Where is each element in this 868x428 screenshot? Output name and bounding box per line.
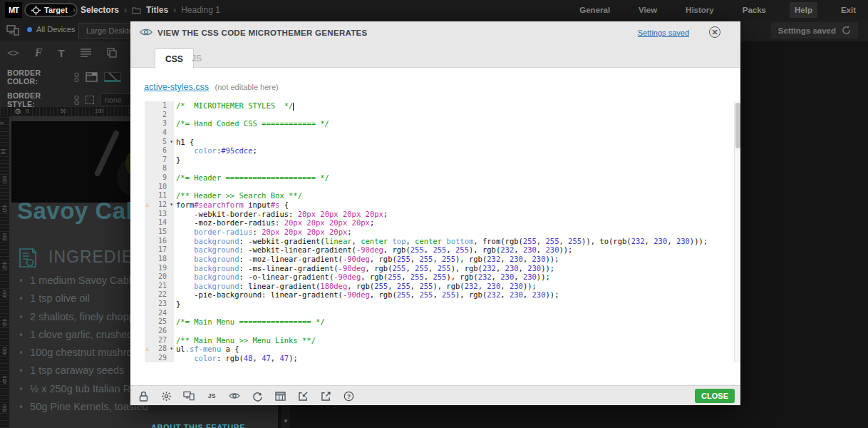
- code-line[interactable]: ⚠28▾ul.sf-menu a {: [145, 345, 722, 354]
- code-line[interactable]: 6 color:#95cdce;: [145, 146, 722, 156]
- breadcrumb-item-selectors[interactable]: Selectors: [81, 5, 119, 15]
- refresh-icon[interactable]: [252, 390, 263, 402]
- code-line[interactable]: 19 background: -ms-linear-gradient(-90de…: [145, 264, 722, 273]
- code-line[interactable]: 21 background: linear-gradient(180deg, r…: [145, 282, 722, 291]
- gutter-cell: 5▾: [145, 138, 174, 147]
- code-line[interactable]: 27/** Main Menu >> Menu Links **/: [145, 336, 722, 345]
- all-devices-tab[interactable]: All Devices: [27, 25, 75, 34]
- active-dot: [27, 27, 32, 32]
- code-text: /* MICROTHEMER STYLES */: [174, 101, 294, 111]
- menu-item-help[interactable]: Help: [790, 2, 817, 18]
- code-line[interactable]: 16 background: -webkit-gradient(linear, …: [145, 237, 722, 246]
- close-button[interactable]: CLOSE: [695, 389, 735, 403]
- code-line[interactable]: 14 -moz-border-radius: 20px 20px 20px 20…: [145, 218, 722, 228]
- code-line[interactable]: 2: [145, 111, 722, 120]
- gutter-cell: 4: [145, 128, 174, 138]
- code-text: [174, 183, 176, 192]
- table-icon[interactable]: [274, 390, 286, 402]
- ruler-number: 100: [95, 108, 103, 113]
- fold-arrow-icon[interactable]: ▾: [170, 138, 173, 147]
- code-line[interactable]: 11/** Header >> Search Box **/: [145, 191, 722, 200]
- link-values-icon[interactable]: [74, 95, 79, 106]
- gutter-cell: 10: [145, 183, 174, 192]
- code-line[interactable]: 1/* MICROTHEMER STYLES */: [145, 101, 722, 111]
- scroll-down-icon[interactable]: ▼: [283, 418, 289, 424]
- target-button[interactable]: Target: [24, 3, 78, 17]
- border-style-label: BORDER STYLE:: [7, 91, 68, 108]
- lock-icon[interactable]: [138, 390, 149, 402]
- code-line[interactable]: 24: [145, 309, 722, 318]
- export-icon[interactable]: [320, 390, 331, 402]
- menu-item-packs[interactable]: Packs: [738, 2, 771, 18]
- browser-window-icon[interactable]: [86, 72, 98, 82]
- menu-item-exit[interactable]: Exit: [836, 2, 861, 18]
- breadcrumb-item-titles[interactable]: Titles: [146, 5, 168, 15]
- code-editor[interactable]: 1/* MICROTHEMER STYLES */23/*= Hand Code…: [145, 101, 722, 362]
- ruler-number: 200: [2, 233, 7, 242]
- close-icon[interactable]: ✕: [709, 26, 720, 38]
- gutter-cell: 24: [145, 309, 174, 318]
- menu-item-view[interactable]: View: [634, 2, 662, 18]
- code-line[interactable]: 25/*= Main Menu ================ */: [145, 317, 722, 327]
- code-line[interactable]: 9/*= Header ==================== */: [145, 173, 722, 183]
- gutter-cell: 2: [145, 111, 174, 120]
- code-line[interactable]: 26: [145, 327, 722, 336]
- settings-saved-link[interactable]: Settings saved: [638, 29, 689, 37]
- code-line[interactable]: 17 background: -webkit-linear-gradient(-…: [145, 245, 722, 255]
- code-icon[interactable]: <>: [7, 47, 19, 58]
- menu-item-general[interactable]: General: [574, 2, 615, 18]
- target-button-label: Target: [44, 6, 68, 14]
- code-line[interactable]: 23}: [145, 300, 722, 309]
- gutter-cell: 8: [145, 164, 174, 173]
- js-icon[interactable]: JS: [206, 390, 217, 402]
- breadcrumb-item-heading-1[interactable]: Heading 1: [181, 5, 220, 15]
- preview-scrollbar[interactable]: ▼: [281, 405, 290, 428]
- border-color-label: BORDER COLOR:: [7, 68, 68, 86]
- import-icon[interactable]: [297, 390, 309, 402]
- help-icon[interactable]: ?: [343, 390, 354, 402]
- gutter-cell: 22: [145, 290, 174, 300]
- crosshair-icon: [31, 6, 41, 15]
- font-icon[interactable]: F: [35, 46, 43, 59]
- editor-scrollbar[interactable]: [734, 101, 740, 362]
- footer-icon-bar: JS?: [138, 386, 354, 406]
- gutter-cell: 1: [145, 101, 174, 111]
- menu-item-history[interactable]: History: [681, 2, 719, 18]
- code-line[interactable]: 3/*= Hand Coded CSS ============ */: [145, 119, 722, 128]
- layers-icon[interactable]: [107, 48, 117, 58]
- code-line[interactable]: ⚠12▾form#searchform input#s {: [145, 200, 722, 210]
- active-styles-link[interactable]: active-styles.css: [144, 82, 209, 92]
- code-line[interactable]: 4: [145, 128, 722, 138]
- responsive-devices-icon[interactable]: [6, 25, 19, 36]
- text-icon[interactable]: T: [58, 47, 65, 59]
- code-line[interactable]: 10: [145, 183, 722, 192]
- code-line[interactable]: 7}: [145, 156, 722, 165]
- code-line[interactable]: 20 background: -o-linear-gradient(-90deg…: [145, 272, 722, 282]
- link-values-icon[interactable]: [74, 72, 79, 83]
- ruler-gear-icon[interactable]: ⚙: [14, 107, 21, 116]
- code-text: background: -webkit-gradient(linear, cen…: [174, 237, 708, 246]
- code-text: -webkit-border-radius: 20px 20px 20px 20…: [174, 210, 388, 219]
- eye-icon[interactable]: [229, 390, 240, 402]
- gear-icon[interactable]: [160, 390, 172, 402]
- fold-arrow-icon[interactable]: ▾: [170, 200, 173, 210]
- folder-icon: [132, 6, 141, 14]
- code-line[interactable]: 18 background: -moz-linear-gradient(-90d…: [145, 255, 722, 264]
- code-line[interactable]: 29 color: rgb(48, 47, 47);: [145, 354, 722, 362]
- not-editable-note: (not editable here): [215, 83, 278, 91]
- fold-arrow-icon[interactable]: ▾: [170, 345, 173, 354]
- scrollbar-thumb[interactable]: [735, 103, 740, 148]
- list-icon[interactable]: [81, 49, 91, 57]
- code-line[interactable]: 22 -pie-background: linear-gradient(-90d…: [145, 290, 722, 300]
- code-line[interactable]: 8: [145, 164, 722, 173]
- code-line[interactable]: 5▾h1 {: [145, 138, 722, 147]
- ingredients-icon: [17, 245, 40, 269]
- border-style-icon[interactable]: [86, 96, 94, 104]
- border-color-swatch[interactable]: [104, 72, 121, 82]
- code-line[interactable]: 13 -webkit-border-radius: 20px 20px 20px…: [145, 210, 722, 219]
- about-feature-link[interactable]: ABOUT THIS FEATURE: [151, 423, 245, 428]
- ruler-number: 450: [2, 376, 7, 384]
- devices-icon[interactable]: [183, 390, 195, 402]
- code-line[interactable]: 15 border-radius: 20px 20px 20px 20px;: [145, 228, 722, 237]
- tab-js[interactable]: JS: [182, 49, 212, 68]
